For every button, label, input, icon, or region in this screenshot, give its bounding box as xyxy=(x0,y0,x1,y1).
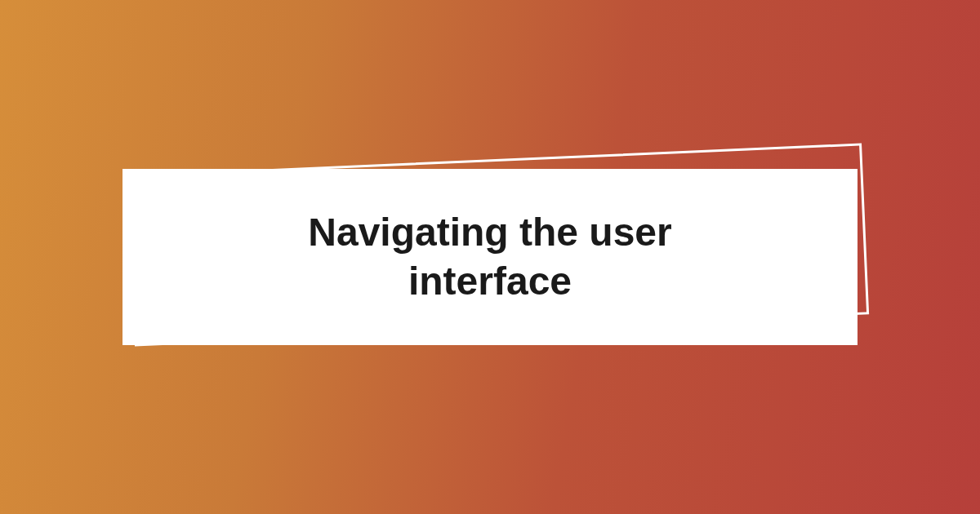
title-card: Navigating the user interface xyxy=(122,169,858,345)
title-heading: Navigating the user interface xyxy=(229,208,751,306)
title-box: Navigating the user interface xyxy=(122,169,858,345)
